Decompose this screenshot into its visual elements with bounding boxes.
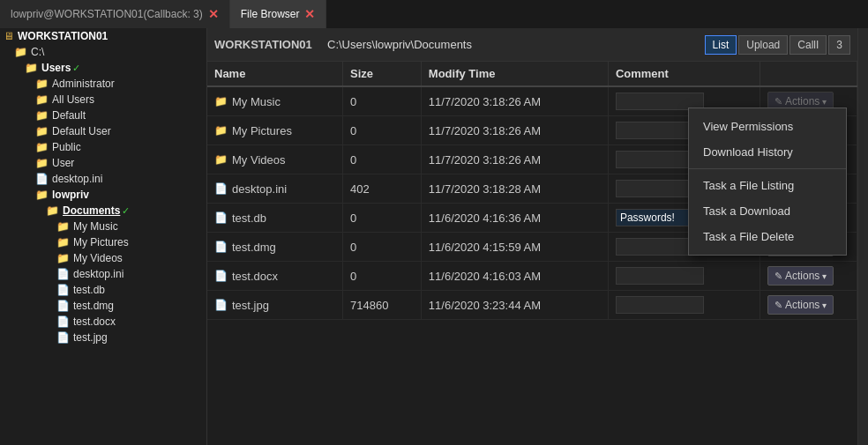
file-name-text: My Music xyxy=(232,95,281,108)
cell-name: 📄test.db xyxy=(207,204,343,233)
edit-icon: ✎ xyxy=(774,300,782,311)
sidebar-item-testjpg[interactable]: 📄test.jpg xyxy=(0,330,206,345)
tab-session-close[interactable]: ✕ xyxy=(208,7,219,21)
dropdown-item-task-file-listing[interactable]: Task a File Listing xyxy=(689,173,846,198)
sidebar-item-mypictures[interactable]: 📁My Pictures xyxy=(0,234,206,250)
upload-button[interactable]: Upload xyxy=(738,35,788,55)
dropdown-item-view-permissions[interactable]: View Permissions xyxy=(689,114,846,139)
dropdown-item-task-file-delete[interactable]: Task a File Delete xyxy=(689,224,846,249)
sidebar-item-user[interactable]: 📁User xyxy=(0,155,206,171)
sidebar-item-defaultuser[interactable]: 📁Default User xyxy=(0,123,206,139)
file-icon: 📄 xyxy=(56,268,70,280)
sidebar-item-default[interactable]: 📁Default xyxy=(0,108,206,123)
cell-size: 0 xyxy=(343,204,422,233)
tab-bar: lowpriv@WORKSTATION01(Callback: 3) ✕ Fil… xyxy=(0,0,868,28)
dropdown-arrow-icon: ▾ xyxy=(822,271,827,281)
comment-input[interactable] xyxy=(616,296,704,314)
folder-icon: 📁 xyxy=(35,93,49,106)
sidebar-item-public[interactable]: 📁Public xyxy=(0,139,206,155)
cell-modify: 11/7/2020 3:18:26 AM xyxy=(421,145,608,174)
top-bar-station: WORKSTATION01 xyxy=(214,38,320,51)
actions-label: Actions xyxy=(785,299,819,311)
file-icon: 📄 xyxy=(214,241,228,253)
sidebar-item-label: C:\ xyxy=(31,46,44,58)
top-bar-buttons: List Upload CallI 3 xyxy=(705,35,850,55)
folder-icon: 📁 xyxy=(35,141,49,153)
dropdown-item-task-download[interactable]: Task a Download xyxy=(689,198,846,224)
right-scrollbar[interactable] xyxy=(857,28,868,445)
cell-comment[interactable] xyxy=(608,262,760,291)
file-icon: 📄 xyxy=(214,270,228,282)
cell-size: 0 xyxy=(343,86,422,116)
sidebar-item-allusers[interactable]: 📁All Users xyxy=(0,92,206,108)
dropdown-arrow-icon: ▾ xyxy=(822,300,827,310)
dropdown-item-download-history[interactable]: Download History xyxy=(689,139,846,165)
cell-actions[interactable]: ✎ Actions▾ xyxy=(760,291,857,320)
sidebar-item-c_drive[interactable]: 📁C:\ xyxy=(0,44,206,60)
sidebar-item-desktopini[interactable]: 📄desktop.ini xyxy=(0,266,206,282)
cell-name: 📁My Videos xyxy=(207,145,343,174)
sidebar-item-workstation[interactable]: 🖥WORKSTATION01 xyxy=(0,28,206,44)
sidebar-item-documents[interactable]: 📁Documents✓ xyxy=(0,203,206,219)
file-name-text: My Videos xyxy=(232,153,285,167)
cell-size: 714860 xyxy=(343,291,422,320)
tab-session-label: lowpriv@WORKSTATION01(Callback: 3) xyxy=(11,8,203,20)
file-icon: 📄 xyxy=(214,182,228,195)
sidebar-item-label: My Pictures xyxy=(73,236,129,248)
actions-button[interactable]: ✎ Actions▾ xyxy=(767,295,834,315)
sidebar-item-users[interactable]: 📁Users✓ xyxy=(0,60,206,76)
sidebar-item-myvideos[interactable]: 📁My Videos xyxy=(0,250,206,266)
folder-icon: 📁 xyxy=(35,78,49,90)
sidebar-item-testdocx[interactable]: 📄test.docx xyxy=(0,314,206,330)
sidebar-item-label: Documents xyxy=(63,204,120,217)
sidebar-item-testdmg[interactable]: 📄test.dmg xyxy=(0,298,206,314)
list-button[interactable]: List xyxy=(705,35,737,55)
sidebar-item-label: test.dmg xyxy=(73,300,114,312)
edit-icon: ✎ xyxy=(774,96,782,108)
check-icon: ✓ xyxy=(122,205,130,217)
folder-icon: 📁 xyxy=(35,157,49,169)
sidebar-item-lowpriv[interactable]: 📁lowpriv xyxy=(0,187,206,203)
sidebar-item-label: Default xyxy=(52,109,86,122)
col-size: Size xyxy=(343,62,422,86)
dropdown-arrow-icon: ▾ xyxy=(822,97,827,107)
tab-filebrowser[interactable]: File Browser ✕ xyxy=(230,0,327,28)
cell-name: 📄desktop.ini xyxy=(207,174,343,204)
calll-button[interactable]: CallI xyxy=(789,35,827,55)
folder-icon: 📁 xyxy=(46,204,59,217)
file-name-text: test.db xyxy=(232,211,266,225)
file-name-text: test.dmg xyxy=(232,241,276,254)
sidebar-item-label: desktop.ini xyxy=(52,173,102,185)
cell-modify: 11/6/2020 3:23:44 AM xyxy=(421,291,608,320)
cell-name: 📁My Pictures xyxy=(207,116,343,145)
sidebar-item-label: Default User xyxy=(52,125,111,137)
cell-name: 📁My Music xyxy=(207,86,343,116)
cell-name: 📄test.dmg xyxy=(207,233,343,262)
cell-size: 0 xyxy=(343,262,422,291)
sidebar-item-label: Administrator xyxy=(52,78,115,90)
tab-filebrowser-close[interactable]: ✕ xyxy=(304,7,315,21)
top-bar: WORKSTATION01 C:\Users\lowpriv\Documents… xyxy=(207,28,857,62)
actions-button[interactable]: ✎ Actions▾ xyxy=(767,266,834,286)
cell-size: 0 xyxy=(343,233,422,262)
cell-modify: 11/6/2020 4:16:03 AM xyxy=(421,262,608,291)
sidebar-item-label: User xyxy=(52,157,74,169)
sidebar-item-administrator[interactable]: 📁Administrator xyxy=(0,76,206,92)
table-row: 📄test.jpg71486011/6/2020 3:23:44 AM✎ Act… xyxy=(207,291,857,320)
sidebar-item-label: test.docx xyxy=(73,315,116,328)
sidebar-item-label: desktop.ini xyxy=(73,268,123,280)
file-icon: 📄 xyxy=(56,284,70,296)
sidebar-item-desktopini_root[interactable]: 📄desktop.ini xyxy=(0,171,206,187)
cell-comment[interactable] xyxy=(608,291,760,320)
tab-session[interactable]: lowpriv@WORKSTATION01(Callback: 3) ✕ xyxy=(0,0,230,28)
sidebar-item-testdb[interactable]: 📄test.db xyxy=(0,282,206,298)
file-name-text: test.docx xyxy=(232,270,278,283)
file-name-text: test.jpg xyxy=(232,299,269,312)
cell-modify: 11/6/2020 4:16:36 AM xyxy=(421,204,608,233)
comment-input[interactable] xyxy=(616,267,704,285)
check-icon: ✓ xyxy=(72,63,80,74)
sidebar-item-mymusic[interactable]: 📁My Music xyxy=(0,219,206,234)
cell-name: 📄test.jpg xyxy=(207,291,343,320)
folder-icon: 📁 xyxy=(35,189,49,201)
cell-actions[interactable]: ✎ Actions▾ xyxy=(760,262,857,291)
